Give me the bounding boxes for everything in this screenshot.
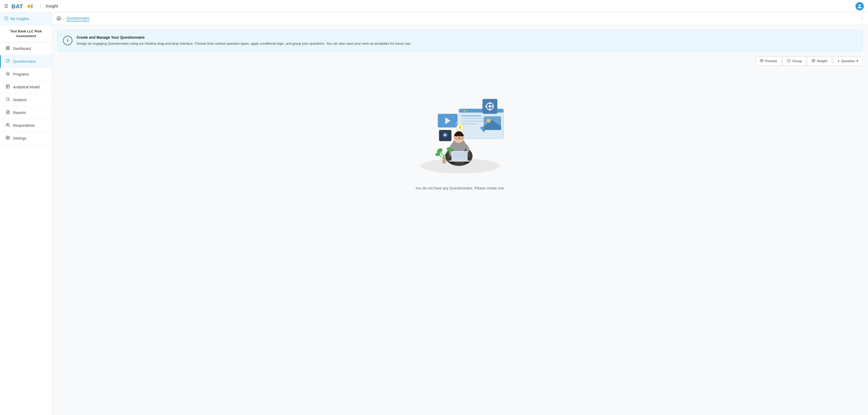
questionnaire-label: Questionnaire [13,59,36,63]
programs-icon [5,71,10,77]
group-label: Group [792,59,802,63]
breadcrumb-bar: › Questionnaire [52,12,868,25]
info-description: Design an engaging Questionnaire using o… [76,41,411,46]
svg-rect-20 [812,59,815,62]
svg-rect-7 [8,49,9,50]
questionnaire-icon [5,59,10,64]
programs-label: Programs [13,72,29,76]
info-text: Create and Manage Your Questionnaire Des… [76,35,411,46]
reports-label: Reports [13,111,26,115]
illustration [410,82,510,181]
svg-rect-58 [452,152,467,159]
logo-svg: BAT I [11,3,35,10]
svg-rect-29 [461,120,486,122]
sidebar: My Insights Test Bank LLC Risk Assessmen… [0,12,52,415]
preview-label: Preview [765,59,777,63]
svg-point-12 [6,98,9,100]
svg-point-37 [488,105,491,108]
nav-items: Dashboard Questionnaire [0,42,52,415]
preview-icon [760,59,764,63]
main-layout: My Insights Test Bank LLC Risk Assessmen… [0,12,868,415]
add-question-button[interactable]: + Question ▾ [833,56,863,66]
questionnaire-illustration [410,82,510,181]
analytical-model-icon [5,84,10,90]
logo-area: BAT I [11,3,35,10]
svg-point-24 [461,110,463,112]
collapse-sidebar-button[interactable] [860,17,864,21]
workspace-name: Test Bank LLC Risk Assessment [4,29,48,38]
breadcrumb-home-icon[interactable] [56,16,61,22]
menu-icon[interactable]: ☰ [4,3,8,9]
analysis-icon [5,97,10,102]
svg-point-26 [466,110,468,112]
analytical-model-label: Analytical Model [13,85,40,89]
svg-point-17 [7,137,8,138]
svg-text:BAT: BAT [11,3,23,10]
reports-icon [5,110,10,115]
respondents-icon [5,123,10,128]
header-divider [40,3,40,9]
top-header: ☰ BAT I Insight [0,0,868,12]
svg-rect-39 [489,109,491,111]
sidebar-item-respondents[interactable]: Respondents [0,119,52,132]
content-area: › Questionnaire i Create and Manage Your… [52,12,868,415]
svg-rect-40 [485,106,487,107]
sidebar-item-analytical-model[interactable]: Analytical Model [0,81,52,94]
info-title: Create and Manage Your Questionnaire [76,35,411,39]
svg-point-25 [464,110,465,112]
sidebar-item-programs[interactable]: Programs [0,68,52,81]
my-insights-button[interactable]: My Insights [0,12,52,25]
respondents-label: Respondents [13,123,35,127]
breadcrumb-current: Questionnaire [67,16,89,22]
weight-label: Weight [817,59,827,63]
svg-text:I: I [31,3,33,10]
settings-icon [5,136,10,141]
svg-point-44 [487,119,491,123]
plus-icon: + [837,59,840,63]
empty-state: You do not have any Questionnaire. Pleas… [58,71,863,201]
preview-button[interactable]: Preview [755,56,781,66]
toolbar: Preview Group [58,56,863,66]
sidebar-item-questionnaire[interactable]: Questionnaire [0,55,52,68]
info-banner: i Create and Manage Your Questionnaire D… [58,30,863,51]
workspace-info: Test Bank LLC Risk Assessment [0,25,52,42]
sidebar-item-settings[interactable]: Settings [0,132,52,145]
svg-marker-10 [6,72,9,76]
question-label: Question [841,59,855,63]
sidebar-item-dashboard[interactable]: Dashboard [0,42,52,55]
svg-line-13 [9,100,9,101]
sidebar-item-analysis[interactable]: Analysis [0,94,52,107]
svg-rect-11 [6,85,9,88]
my-insights-label: My Insights [10,17,29,21]
svg-rect-38 [489,102,491,104]
sidebar-item-reports[interactable]: Reports [0,107,52,119]
info-icon: i [63,36,72,45]
weight-icon [812,59,815,63]
analysis-label: Analysis [13,98,27,102]
group-icon [787,59,790,63]
svg-marker-19 [787,59,790,62]
svg-point-18 [761,60,762,61]
user-avatar[interactable] [856,2,864,10]
dashboard-icon [5,46,10,51]
svg-point-1 [27,5,31,8]
svg-rect-4 [6,47,7,48]
page-content: i Create and Manage Your Questionnaire D… [52,25,868,415]
dropdown-icon: ▾ [857,59,858,63]
app-name: Insight [46,4,58,9]
svg-rect-59 [449,160,470,162]
weight-button[interactable]: Weight [807,56,832,66]
svg-rect-6 [6,49,7,50]
group-button[interactable]: Group [782,56,806,66]
settings-label: Settings [13,136,26,140]
svg-rect-62 [459,128,461,129]
my-insights-icon [4,16,8,22]
svg-rect-41 [492,106,494,107]
dashboard-label: Dashboard [13,47,31,51]
breadcrumb-separator: › [63,17,65,21]
svg-rect-27 [461,115,481,117]
svg-point-16 [6,123,8,125]
svg-rect-5 [8,47,9,48]
empty-state-message: You do not have any Questionnaire. Pleas… [415,186,505,190]
